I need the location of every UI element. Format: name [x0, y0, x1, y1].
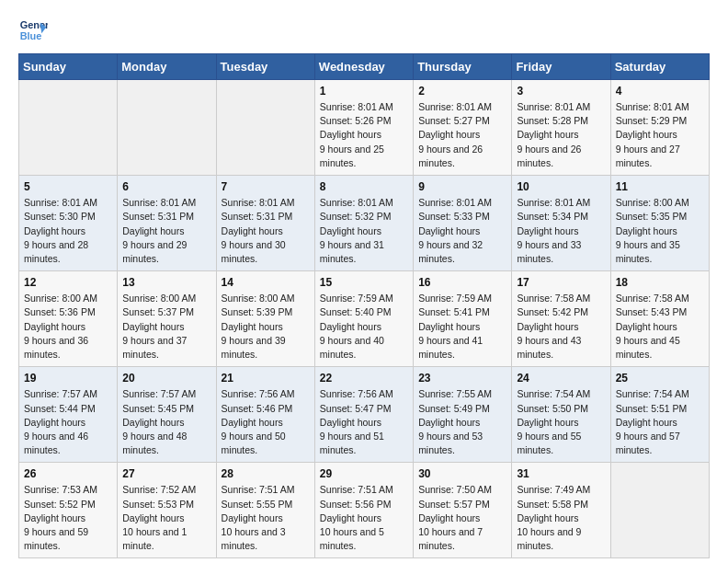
day-cell: 22Sunrise: 7:56 AMSunset: 5:47 PMDayligh…	[314, 367, 413, 463]
day-number: 2	[418, 85, 506, 98]
day-cell: 12Sunrise: 8:00 AMSunset: 5:36 PMDayligh…	[19, 271, 118, 367]
header-day-tuesday: Tuesday	[216, 54, 314, 80]
day-number: 23	[418, 372, 506, 385]
day-info: Sunrise: 7:58 AMSunset: 5:43 PMDaylight …	[616, 292, 704, 362]
day-cell: 9Sunrise: 8:01 AMSunset: 5:33 PMDaylight…	[414, 176, 512, 271]
day-number: 14	[222, 276, 310, 289]
day-cell: 5Sunrise: 8:01 AMSunset: 5:30 PMDaylight…	[19, 176, 118, 271]
day-info: Sunrise: 7:55 AMSunset: 5:49 PMDaylight …	[418, 387, 506, 457]
week-row-3: 12Sunrise: 8:00 AMSunset: 5:36 PMDayligh…	[19, 271, 710, 367]
day-info: Sunrise: 7:54 AMSunset: 5:51 PMDaylight …	[616, 387, 704, 457]
day-cell	[216, 80, 314, 176]
day-info: Sunrise: 7:57 AMSunset: 5:45 PMDaylight …	[122, 387, 210, 457]
day-cell: 6Sunrise: 8:01 AMSunset: 5:31 PMDaylight…	[118, 176, 216, 271]
day-info: Sunrise: 7:56 AMSunset: 5:46 PMDaylight …	[222, 387, 310, 457]
day-info: Sunrise: 7:51 AMSunset: 5:56 PMDaylight …	[320, 483, 408, 553]
day-number: 11	[616, 180, 704, 193]
day-number: 22	[320, 372, 408, 385]
day-number: 15	[320, 276, 408, 289]
day-number: 24	[517, 372, 605, 385]
day-info: Sunrise: 7:56 AMSunset: 5:47 PMDaylight …	[320, 387, 408, 457]
day-info: Sunrise: 8:01 AMSunset: 5:32 PMDaylight …	[320, 196, 408, 266]
header: General Blue	[18, 15, 710, 44]
day-cell: 8Sunrise: 8:01 AMSunset: 5:32 PMDaylight…	[314, 176, 413, 271]
day-cell: 31Sunrise: 7:49 AMSunset: 5:58 PMDayligh…	[512, 463, 610, 558]
calendar-body: 1Sunrise: 8:01 AMSunset: 5:26 PMDaylight…	[19, 80, 710, 558]
day-info: Sunrise: 7:59 AMSunset: 5:40 PMDaylight …	[320, 292, 408, 362]
day-info: Sunrise: 8:01 AMSunset: 5:31 PMDaylight …	[122, 196, 210, 266]
day-info: Sunrise: 7:50 AMSunset: 5:57 PMDaylight …	[418, 483, 506, 553]
day-info: Sunrise: 8:01 AMSunset: 5:27 PMDaylight …	[418, 100, 506, 170]
day-cell: 27Sunrise: 7:52 AMSunset: 5:53 PMDayligh…	[118, 463, 216, 558]
day-info: Sunrise: 8:00 AMSunset: 5:35 PMDaylight …	[616, 196, 704, 266]
day-info: Sunrise: 8:00 AMSunset: 5:36 PMDaylight …	[24, 292, 112, 362]
day-info: Sunrise: 8:01 AMSunset: 5:29 PMDaylight …	[616, 100, 704, 170]
day-info: Sunrise: 7:54 AMSunset: 5:50 PMDaylight …	[517, 387, 605, 457]
day-number: 31	[517, 467, 605, 480]
day-number: 6	[122, 180, 210, 193]
day-info: Sunrise: 8:01 AMSunset: 5:30 PMDaylight …	[24, 196, 112, 266]
day-number: 4	[616, 85, 704, 98]
day-number: 26	[24, 467, 112, 480]
day-info: Sunrise: 8:01 AMSunset: 5:31 PMDaylight …	[222, 196, 310, 266]
day-cell: 4Sunrise: 8:01 AMSunset: 5:29 PMDaylight…	[610, 80, 709, 176]
day-cell: 25Sunrise: 7:54 AMSunset: 5:51 PMDayligh…	[610, 367, 709, 463]
header-day-monday: Monday	[118, 54, 216, 80]
day-info: Sunrise: 8:01 AMSunset: 5:28 PMDaylight …	[517, 100, 605, 170]
day-number: 9	[418, 180, 506, 193]
calendar-page: General Blue SundayMondayTuesdayWednesda…	[0, 0, 728, 563]
day-cell	[610, 463, 709, 558]
day-cell: 19Sunrise: 7:57 AMSunset: 5:44 PMDayligh…	[19, 367, 118, 463]
day-number: 12	[24, 276, 112, 289]
day-info: Sunrise: 8:00 AMSunset: 5:39 PMDaylight …	[222, 292, 310, 362]
day-info: Sunrise: 8:01 AMSunset: 5:33 PMDaylight …	[418, 196, 506, 266]
day-cell: 20Sunrise: 7:57 AMSunset: 5:45 PMDayligh…	[118, 367, 216, 463]
day-info: Sunrise: 8:00 AMSunset: 5:37 PMDaylight …	[122, 292, 210, 362]
day-number: 17	[517, 276, 605, 289]
day-cell	[118, 80, 216, 176]
header-day-thursday: Thursday	[414, 54, 512, 80]
day-cell: 10Sunrise: 8:01 AMSunset: 5:34 PMDayligh…	[512, 176, 610, 271]
day-number: 29	[320, 467, 408, 480]
day-info: Sunrise: 7:59 AMSunset: 5:41 PMDaylight …	[418, 292, 506, 362]
day-cell: 11Sunrise: 8:00 AMSunset: 5:35 PMDayligh…	[610, 176, 709, 271]
day-info: Sunrise: 7:49 AMSunset: 5:58 PMDaylight …	[517, 483, 605, 553]
day-cell: 15Sunrise: 7:59 AMSunset: 5:40 PMDayligh…	[314, 271, 413, 367]
header-row: SundayMondayTuesdayWednesdayThursdayFrid…	[19, 54, 710, 80]
day-number: 21	[222, 372, 310, 385]
day-cell: 16Sunrise: 7:59 AMSunset: 5:41 PMDayligh…	[414, 271, 512, 367]
day-number: 13	[122, 276, 210, 289]
week-row-2: 5Sunrise: 8:01 AMSunset: 5:30 PMDaylight…	[19, 176, 710, 271]
week-row-4: 19Sunrise: 7:57 AMSunset: 5:44 PMDayligh…	[19, 367, 710, 463]
day-number: 8	[320, 180, 408, 193]
day-cell: 3Sunrise: 8:01 AMSunset: 5:28 PMDaylight…	[512, 80, 610, 176]
header-day-friday: Friday	[512, 54, 610, 80]
day-cell	[19, 80, 118, 176]
day-cell: 13Sunrise: 8:00 AMSunset: 5:37 PMDayligh…	[118, 271, 216, 367]
day-number: 19	[24, 372, 112, 385]
day-cell: 7Sunrise: 8:01 AMSunset: 5:31 PMDaylight…	[216, 176, 314, 271]
day-cell: 2Sunrise: 8:01 AMSunset: 5:27 PMDaylight…	[414, 80, 512, 176]
day-cell: 26Sunrise: 7:53 AMSunset: 5:52 PMDayligh…	[19, 463, 118, 558]
week-row-1: 1Sunrise: 8:01 AMSunset: 5:26 PMDaylight…	[19, 80, 710, 176]
day-cell: 28Sunrise: 7:51 AMSunset: 5:55 PMDayligh…	[216, 463, 314, 558]
day-cell: 14Sunrise: 8:00 AMSunset: 5:39 PMDayligh…	[216, 271, 314, 367]
day-cell: 24Sunrise: 7:54 AMSunset: 5:50 PMDayligh…	[512, 367, 610, 463]
day-number: 27	[122, 467, 210, 480]
day-info: Sunrise: 8:01 AMSunset: 5:34 PMDaylight …	[517, 196, 605, 266]
day-cell: 21Sunrise: 7:56 AMSunset: 5:46 PMDayligh…	[216, 367, 314, 463]
header-day-wednesday: Wednesday	[314, 54, 413, 80]
day-number: 28	[222, 467, 310, 480]
day-cell: 18Sunrise: 7:58 AMSunset: 5:43 PMDayligh…	[610, 271, 709, 367]
day-info: Sunrise: 8:01 AMSunset: 5:26 PMDaylight …	[320, 100, 408, 170]
header-day-saturday: Saturday	[610, 54, 709, 80]
day-number: 20	[122, 372, 210, 385]
calendar-header: SundayMondayTuesdayWednesdayThursdayFrid…	[19, 54, 710, 80]
day-cell: 17Sunrise: 7:58 AMSunset: 5:42 PMDayligh…	[512, 271, 610, 367]
day-number: 30	[418, 467, 506, 480]
day-cell: 30Sunrise: 7:50 AMSunset: 5:57 PMDayligh…	[414, 463, 512, 558]
day-info: Sunrise: 7:57 AMSunset: 5:44 PMDaylight …	[24, 387, 112, 457]
day-cell: 23Sunrise: 7:55 AMSunset: 5:49 PMDayligh…	[414, 367, 512, 463]
header-day-sunday: Sunday	[19, 54, 118, 80]
day-number: 16	[418, 276, 506, 289]
